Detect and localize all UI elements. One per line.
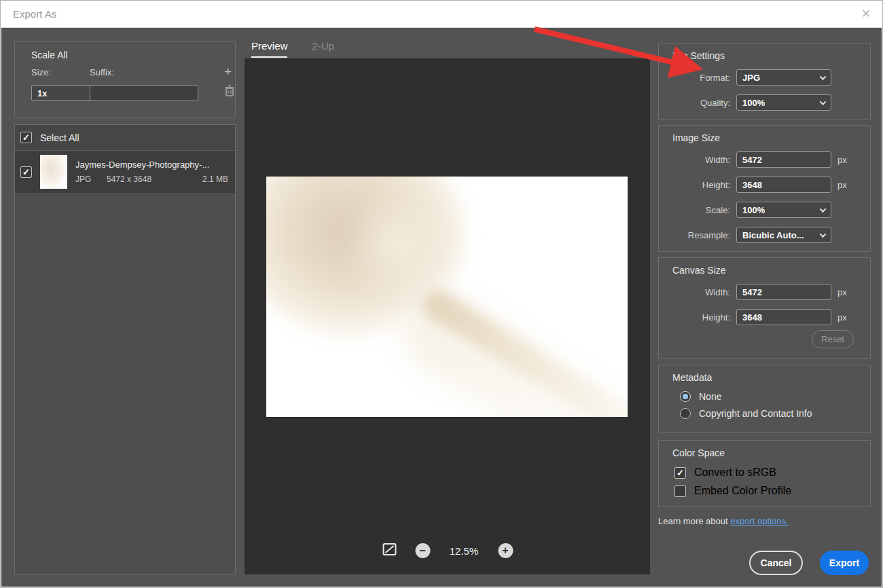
scale-all-section: Scale All Size: Suffix: + 1x [14,41,236,117]
delete-scale-icon[interactable] [224,85,235,100]
resample-label: Resample: [659,230,736,240]
canvas-size-title: Canvas Size [672,265,870,276]
color-space-section: Color Space ✓ Convert to sRGB Embed Colo… [658,440,871,507]
file-settings-section: File Settings Format: JPG Quality: 100% [658,43,871,120]
item-filename: Jaymes-Dempsey-Photography-... [75,160,228,170]
color-space-title: Color Space [672,447,870,458]
image-width-label: Width: [659,155,736,165]
quality-dropdown[interactable]: 100% [736,94,831,111]
check-icon: ✓ [677,468,684,477]
metadata-option-none[interactable]: None [680,391,870,402]
canvas-size-section: Canvas Size Width: 5472 px Height: 3648 … [658,257,871,359]
export-as-dialog: Export As ✕ Scale All Size: Suffix: + 1x [0,0,883,588]
embed-profile-checkbox[interactable] [674,485,686,497]
metadata-option-copyright[interactable]: Copyright and Contact Info [680,408,870,419]
convert-srgb-label: Convert to sRGB [694,466,776,479]
select-all-row[interactable]: ✓ Select All [15,125,235,151]
quality-value: 100% [742,98,765,108]
scale-value: 100% [742,205,765,215]
chevron-down-icon [820,98,827,105]
radio-selected-icon[interactable] [680,391,691,402]
cancel-button[interactable]: Cancel [749,551,803,575]
convert-srgb-option[interactable]: ✓ Convert to sRGB [674,466,870,479]
image-height-label: Height: [659,180,736,190]
preview-canvas: − 12.5% + [245,58,650,574]
file-settings-title: File Settings [672,50,870,61]
close-icon[interactable]: ✕ [861,7,871,21]
image-width-input[interactable]: 5472 [736,151,831,168]
item-format: JPG [75,174,107,184]
item-dimensions: 5472 x 3648 [107,174,202,184]
format-value: JPG [742,73,760,83]
canvas-height-label: Height: [659,312,736,323]
zoom-out-button[interactable]: − [415,543,430,558]
scale-all-title: Scale All [31,50,235,60]
image-height-unit: px [837,180,847,190]
export-options-link[interactable]: export options. [730,516,788,526]
dialog-title: Export As [13,8,56,20]
image-height-input[interactable]: 3648 [736,177,831,193]
export-button[interactable]: Export [820,551,869,575]
preview-image [266,177,628,417]
suffix-input[interactable] [90,85,198,101]
image-height-value: 3648 [742,180,762,190]
resample-dropdown[interactable]: Bicubic Auto... [736,227,831,243]
canvas-width-value: 5472 [742,287,762,297]
zoom-fit-icon[interactable] [382,542,397,559]
chevron-down-icon [820,231,827,238]
embed-profile-label: Embed Color Profile [694,485,791,497]
scale-label: Scale: [659,205,736,215]
size-value: 1x [37,88,47,98]
tab-preview[interactable]: Preview [251,40,287,58]
zoom-controls: − 12.5% + [382,542,513,559]
image-size-section: Image Size Width: 5472 px Height: 3648 p… [658,125,871,252]
add-scale-icon[interactable]: + [224,65,232,78]
suffix-label: Suffix: [90,67,114,77]
zoom-in-button[interactable]: + [498,543,513,558]
image-size-title: Image Size [672,132,870,143]
metadata-copyright-label: Copyright and Contact Info [699,408,812,419]
file-list: ✓ Select All ✓ Jaymes-Dempsey-Photograph… [14,124,236,574]
reset-button[interactable]: Reset [812,330,854,348]
metadata-none-label: None [699,391,721,402]
image-width-unit: px [837,155,847,165]
chevron-down-icon [820,73,827,80]
dialog-body: Scale All Size: Suffix: + 1x [1,28,882,587]
tulip-bloom-highlight [338,181,461,306]
size-label: Size: [31,67,51,77]
canvas-height-value: 3648 [742,312,762,323]
canvas-height-input[interactable]: 3648 [736,309,831,325]
learn-more-text: Learn more about export options. [658,516,789,526]
canvas-height-unit: px [837,312,847,323]
format-label: Format: [659,73,736,83]
list-item[interactable]: ✓ Jaymes-Dempsey-Photography-... JPG 547… [15,151,235,193]
embed-profile-option[interactable]: Embed Color Profile [674,485,870,497]
scale-dropdown[interactable]: 100% [736,202,831,218]
item-checkbox[interactable]: ✓ [20,166,32,178]
image-width-value: 5472 [742,155,762,165]
canvas-width-unit: px [837,287,847,297]
preview-tabs: Preview 2-Up [251,40,334,58]
select-all-label: Select All [40,132,79,143]
zoom-level: 12.5% [448,545,480,557]
metadata-section: Metadata None Copyright and Contact Info [658,365,871,433]
learn-more-prefix: Learn more about [658,516,728,526]
check-icon: ✓ [22,168,30,177]
quality-label: Quality: [659,98,736,108]
tab-2up[interactable]: 2-Up [312,40,334,58]
resample-value: Bicubic Auto... [742,230,804,240]
chevron-down-icon [820,206,827,213]
canvas-width-input[interactable]: 5472 [736,284,831,300]
item-filesize: 2.1 MB [202,174,228,184]
radio-unselected-icon[interactable] [680,408,691,419]
item-thumbnail [40,155,67,189]
select-all-checkbox[interactable]: ✓ [20,132,32,143]
convert-srgb-checkbox[interactable]: ✓ [674,467,686,479]
canvas-width-label: Width: [659,287,736,297]
thumbnail-image [40,155,67,189]
format-dropdown[interactable]: JPG [736,69,831,86]
dialog-titlebar: Export As ✕ [1,1,882,28]
metadata-title: Metadata [672,372,870,383]
check-icon: ✓ [22,133,30,142]
